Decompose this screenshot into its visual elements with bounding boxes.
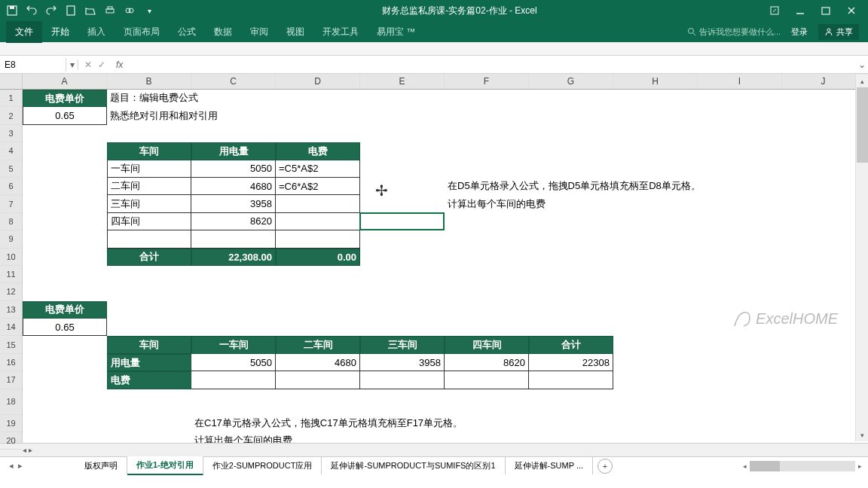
cell[interactable]: 车间 bbox=[107, 336, 191, 353]
cell[interactable]: 4680 bbox=[191, 178, 276, 195]
cell[interactable]: 5050 bbox=[191, 160, 276, 178]
cell[interactable]: 4680 bbox=[276, 354, 360, 371]
sheet-tab[interactable]: 延伸讲解-SUMP ... bbox=[506, 457, 593, 474]
namebox-dropdown-icon[interactable]: ▾ bbox=[66, 59, 78, 70]
cell[interactable]: 用电量 bbox=[107, 354, 191, 371]
print-icon[interactable] bbox=[104, 5, 116, 17]
tab-review[interactable]: 审阅 bbox=[241, 21, 277, 43]
col-header[interactable]: F bbox=[445, 74, 529, 89]
cell[interactable]: 电费 bbox=[276, 142, 360, 160]
cell[interactable]: 车间 bbox=[107, 142, 191, 160]
tab-view[interactable]: 视图 bbox=[277, 21, 313, 43]
row-header[interactable]: 2 bbox=[0, 107, 22, 124]
formula-input[interactable] bbox=[127, 63, 856, 66]
cell[interactable]: 四车间 bbox=[107, 213, 191, 230]
cell[interactable]: 三车间 bbox=[107, 195, 191, 212]
cancel-formula-icon[interactable]: ✕ bbox=[84, 59, 92, 70]
ribbon-options-icon[interactable] bbox=[769, 5, 781, 17]
redo-icon[interactable] bbox=[45, 5, 57, 17]
cell[interactable]: 题目：编辑电费公式 bbox=[107, 90, 191, 107]
row-header[interactable]: 12 bbox=[0, 283, 22, 300]
cell[interactable]: 8620 bbox=[445, 354, 529, 371]
sheet-tab[interactable]: 延伸讲解-SUMPRODUCT与SUMIFS的区别1 bbox=[322, 457, 505, 474]
row-header[interactable]: 11 bbox=[0, 266, 22, 283]
select-all-corner[interactable] bbox=[0, 74, 22, 90]
touch-icon[interactable] bbox=[124, 5, 136, 17]
cell[interactable]: 用电量 bbox=[191, 142, 276, 160]
col-header[interactable]: D bbox=[276, 74, 360, 89]
col-header[interactable]: I bbox=[698, 74, 782, 89]
cell[interactable]: 合计 bbox=[107, 249, 191, 266]
cell[interactable]: 8620 bbox=[191, 213, 276, 230]
new-sheet-button[interactable]: + bbox=[598, 459, 613, 474]
row-header[interactable]: 3 bbox=[0, 125, 22, 142]
cell[interactable]: 0.65 bbox=[23, 319, 107, 336]
maximize-icon[interactable] bbox=[820, 5, 832, 17]
cell[interactable]: 电费 bbox=[107, 371, 191, 389]
row-header[interactable]: 1 bbox=[0, 90, 22, 107]
cell[interactable]: 5050 bbox=[191, 354, 276, 371]
col-header[interactable]: E bbox=[360, 74, 445, 89]
row-header[interactable]: 4 bbox=[0, 142, 22, 160]
close-icon[interactable] bbox=[845, 5, 857, 17]
fx-icon[interactable]: fx bbox=[112, 59, 127, 70]
col-header[interactable]: C bbox=[191, 74, 276, 89]
open-icon[interactable] bbox=[84, 5, 96, 17]
scroll-down-icon[interactable]: ▾ bbox=[856, 429, 868, 441]
cell[interactable]: 电费单价 bbox=[23, 90, 107, 107]
cell[interactable]: 二车间 bbox=[276, 336, 360, 353]
cell[interactable]: 三车间 bbox=[360, 336, 445, 353]
scroll-right-icon[interactable]: ▸ bbox=[858, 462, 862, 470]
scroll-up-icon[interactable]: ▴ bbox=[856, 75, 868, 87]
scroll-thumb[interactable] bbox=[750, 461, 780, 471]
name-box[interactable]: E8 bbox=[0, 58, 66, 72]
tab-formula[interactable]: 公式 bbox=[169, 21, 205, 43]
cell[interactable]: 一车间 bbox=[107, 160, 191, 178]
row-header[interactable]: 5 bbox=[0, 160, 22, 178]
tab-data[interactable]: 数据 bbox=[205, 21, 241, 43]
row-header[interactable]: 14 bbox=[0, 319, 22, 336]
enter-formula-icon[interactable]: ✓ bbox=[98, 59, 105, 70]
row-header[interactable]: 19 bbox=[0, 415, 22, 432]
minimize-icon[interactable] bbox=[794, 5, 806, 17]
vertical-scrollbar[interactable]: ▴ ▾ bbox=[855, 75, 868, 441]
scroll-left-icon[interactable]: ◂ bbox=[743, 462, 747, 470]
login-link[interactable]: 登录 bbox=[791, 26, 808, 38]
sheet-tab-active[interactable]: 作业1-绝对引用 bbox=[127, 456, 203, 475]
cell[interactable]: 二车间 bbox=[107, 178, 191, 195]
row-header[interactable]: 15 bbox=[0, 336, 22, 353]
cell[interactable]: 合计 bbox=[529, 336, 613, 353]
cell[interactable]: 计算出每个车间的电费 bbox=[445, 195, 746, 212]
cell[interactable]: 熟悉绝对引用和相对引用 bbox=[107, 107, 191, 124]
row-header[interactable]: 10 bbox=[0, 249, 22, 266]
tab-dev[interactable]: 开发工具 bbox=[313, 21, 368, 43]
cell[interactable]: 计算出每个车间的电费 bbox=[191, 432, 493, 443]
tab-yyb[interactable]: 易用宝 ™ bbox=[368, 21, 424, 43]
col-header[interactable]: J bbox=[782, 74, 865, 89]
cell[interactable]: 3958 bbox=[191, 195, 276, 212]
tab-insert[interactable]: 插入 bbox=[78, 21, 115, 43]
cell[interactable]: 3958 bbox=[360, 354, 445, 371]
row-header[interactable]: 16 bbox=[0, 354, 22, 371]
cell[interactable]: 22308 bbox=[529, 354, 613, 371]
cell[interactable]: =C6*A$2 bbox=[276, 178, 360, 195]
row-header[interactable]: 6 bbox=[0, 178, 22, 195]
cells-container[interactable]: 电费单价 题目：编辑电费公式 0.65 熟悉绝对引用和相对引用 车间 用电量 电… bbox=[23, 90, 868, 443]
undo-icon[interactable] bbox=[26, 5, 38, 17]
tab-layout[interactable]: 页面布局 bbox=[115, 21, 169, 43]
cell[interactable]: =C5*A$2 bbox=[276, 160, 360, 178]
tell-me-search[interactable]: 告诉我您想要做什么... bbox=[687, 26, 781, 38]
save-icon[interactable] bbox=[6, 5, 18, 17]
cell[interactable]: 四车间 bbox=[445, 336, 529, 353]
horizontal-scrollbar[interactable]: ◂ ▸ bbox=[743, 461, 868, 471]
sheet-nav[interactable]: ◂ ▸ bbox=[0, 461, 75, 471]
row-header[interactable]: 18 bbox=[0, 389, 22, 415]
formula-expand-icon[interactable]: ⌄ bbox=[856, 59, 868, 70]
row-header[interactable]: 17 bbox=[0, 371, 22, 389]
row-header[interactable]: 8 bbox=[0, 213, 22, 230]
col-header[interactable]: G bbox=[529, 74, 613, 89]
col-header[interactable]: B bbox=[107, 74, 191, 89]
cell[interactable]: 电费单价 bbox=[23, 301, 107, 319]
sheet-tab[interactable]: 版权声明 bbox=[75, 457, 127, 474]
row-header[interactable]: 13 bbox=[0, 301, 22, 319]
